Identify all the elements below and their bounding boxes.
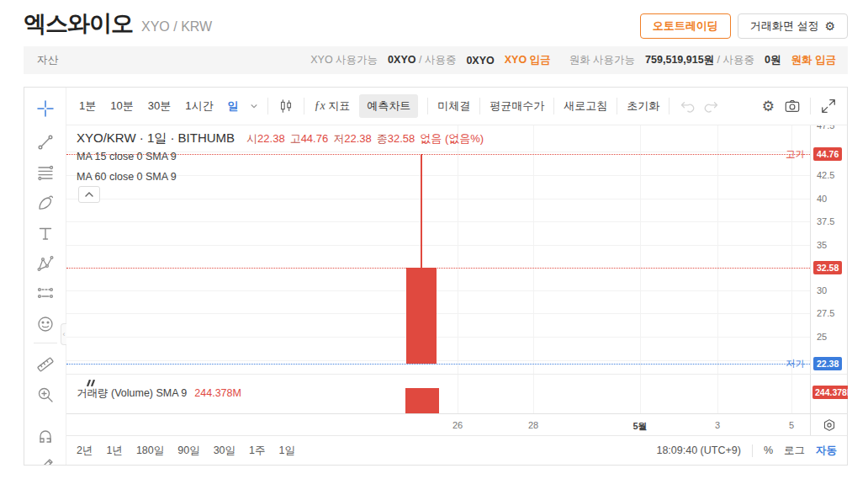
time-axis[interactable]: 26 28 5월 3 5 [66, 413, 847, 435]
time-tick: 28 [528, 420, 538, 430]
axis-settings-icon[interactable] [822, 418, 837, 433]
chart-legend: XYO/KRW · 1일 · BITHUMB시22.38고44.76저22.38… [77, 130, 484, 146]
gridline-h [66, 313, 810, 314]
time-tick: 3 [715, 420, 720, 430]
legend-collapse-button[interactable] [78, 186, 100, 203]
page-title: 엑스와이오 [24, 8, 133, 39]
range-180d[interactable]: 180일 [136, 444, 164, 458]
low-value: 22.38 [344, 132, 372, 145]
toolbar-separator [669, 98, 670, 114]
toolbar-separator [810, 98, 811, 114]
open-value: 22.38 [257, 132, 285, 145]
gridline-v [533, 125, 534, 413]
fullscreen-icon[interactable] [820, 98, 837, 114]
xyo-deposit-link[interactable]: XYO 입금 [505, 53, 551, 67]
gridline-h [66, 337, 810, 338]
refresh-button[interactable]: 새로고침 [564, 98, 607, 114]
zoom-in-icon[interactable] [36, 386, 55, 404]
chart-widget: ‹ 1분 10분 30분 1시간 일 ƒx 지표 예측차트 미체결 평균매수가 … [24, 87, 848, 466]
range-1y[interactable]: 1년 [106, 444, 122, 458]
text-tool-icon[interactable] [36, 224, 55, 242]
percent-scale-toggle[interactable]: % [764, 444, 773, 456]
forecast-tool-icon[interactable] [36, 285, 55, 303]
xabcd-pattern-icon[interactable] [36, 254, 55, 273]
price-chart[interactable]: XYO/KRW · 1일 · BITHUMB시22.38고44.76저22.38… [66, 125, 810, 413]
time-tick: 5 [789, 420, 794, 430]
magnet-icon[interactable] [36, 426, 55, 444]
trading-page: 엑스와이오 XYO / KRW 오토트레이딩 거래화면 설정 ⚙ 자산 XYO … [0, 0, 868, 479]
chart-settings-icon[interactable]: ⚙ [762, 98, 775, 115]
xyo-available-value: 0XYO / 사용중 [388, 53, 456, 67]
gridline-h [66, 360, 810, 361]
candle-wick [421, 154, 422, 268]
ma15-legend[interactable]: MA 15 close 0 SMA 9 [77, 151, 177, 162]
open-orders-button[interactable]: 미체결 [437, 98, 470, 114]
krw-deposit-link[interactable]: 원화 입금 [791, 53, 836, 67]
volume-bar [405, 388, 439, 413]
high-price-badge: 44.76 [813, 147, 842, 161]
bottom-bar-right: 18:09:40 (UTC+9) % 로그 자동 [656, 444, 837, 458]
pane-separator[interactable] [66, 374, 847, 375]
interval-10m[interactable]: 10분 [108, 97, 135, 115]
screen-settings-button[interactable]: 거래화면 설정 ⚙ [738, 13, 848, 39]
krw-in-use-value: 0원 [765, 53, 781, 67]
range-1w[interactable]: 1주 [249, 444, 265, 458]
price-tick: 37.5 [817, 216, 834, 226]
low-marker-label: 저가 [786, 358, 805, 370]
auto-scale-toggle[interactable]: 자동 [816, 444, 837, 458]
chart-bottom-bar: 2년 1년 180일 90일 30일 1주 1일 18:09:40 (UTC+9… [66, 435, 847, 465]
volume-value: 244.378M [194, 387, 241, 399]
log-scale-toggle[interactable]: 로그 [784, 444, 805, 458]
page-header: 엑스와이오 XYO / KRW [24, 8, 212, 39]
interval-1h[interactable]: 1시간 [183, 97, 215, 115]
trend-line-icon[interactable] [36, 133, 55, 152]
avg-buy-price-button[interactable]: 평균매수가 [490, 98, 544, 114]
range-30d[interactable]: 30일 [214, 444, 236, 458]
interval-1m[interactable]: 1분 [77, 97, 98, 115]
indicators-button[interactable]: ƒx 지표 [314, 98, 350, 114]
gear-icon: ⚙ [824, 19, 835, 33]
price-axis[interactable]: 47.5 42.5 40 37.5 35 30 27.5 25 44.76 32… [810, 125, 848, 413]
undo-icon[interactable] [679, 98, 695, 114]
toolbar-separator [427, 98, 428, 114]
pane-handle-icon[interactable] [85, 375, 97, 381]
range-90d[interactable]: 90일 [177, 444, 199, 458]
high-value: 44.76 [301, 132, 329, 145]
clock-label[interactable]: 18:09:40 (UTC+9) [656, 444, 740, 456]
range-1d[interactable]: 1일 [279, 444, 295, 458]
camera-icon[interactable] [784, 98, 801, 114]
volume-legend[interactable]: 거래량 (Volume) SMA 9244.378M [77, 386, 241, 401]
legend-symbol[interactable]: XYO/KRW · 1일 · BITHUMB [77, 130, 235, 145]
high-marker-label: 고가 [786, 148, 805, 161]
xyo-in-use-value: 0XYO [466, 55, 494, 67]
chevron-down-icon[interactable] [250, 102, 258, 110]
toolbar-collapse-handle[interactable]: ‹ [61, 323, 66, 345]
range-2y[interactable]: 2년 [77, 444, 93, 458]
change-value: 없음 (없음%) [420, 132, 484, 145]
low-price-badge: 22.38 [813, 357, 842, 370]
redo-icon[interactable] [704, 98, 720, 114]
fx-icon: ƒx [314, 99, 325, 112]
volume-badge: 244.378M [812, 386, 848, 399]
interval-1d[interactable]: 일 [225, 97, 241, 115]
high-label: 고 [290, 132, 301, 145]
brush-icon[interactable] [36, 194, 55, 212]
interval-30m[interactable]: 30분 [146, 97, 173, 115]
asset-bar: 자산 XYO 사용가능 0XYO / 사용중 0XYO XYO 입금 원화 사용… [24, 46, 848, 74]
toolbar-separator [617, 98, 617, 114]
reset-button[interactable]: 초기화 [627, 98, 659, 114]
toolbar-separator [553, 98, 554, 114]
pencil-icon[interactable] [36, 455, 55, 465]
toolbar-separator [479, 98, 480, 114]
candle-style-icon[interactable] [278, 98, 294, 114]
autotrading-button[interactable]: 오토트레이딩 [640, 13, 731, 39]
fib-retracement-icon[interactable] [36, 163, 55, 182]
gridline-v [717, 125, 718, 413]
emoji-icon[interactable] [36, 315, 55, 333]
xyo-available-label: XYO 사용가능 [310, 53, 378, 67]
crosshair-icon[interactable] [36, 99, 55, 118]
low-label: 저 [333, 132, 344, 145]
forecast-chart-button[interactable]: 예측차트 [359, 94, 418, 118]
measure-ruler-icon[interactable] [36, 355, 55, 374]
ma60-legend[interactable]: MA 60 close 0 SMA 9 [77, 171, 177, 183]
